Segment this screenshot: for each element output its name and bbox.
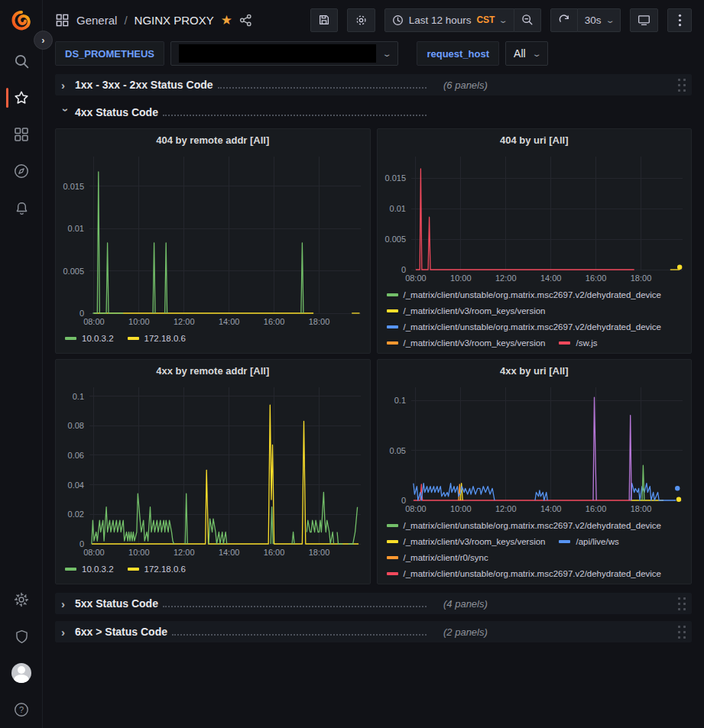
legend-swatch [65, 568, 76, 571]
legend-item[interactable]: /sw.js [559, 335, 597, 349]
refresh-interval-picker[interactable]: 30s ⌄ [578, 8, 621, 32]
timeseries-chart[interactable]: 00.020.040.060.080.108:0010:0012:0014:00… [56, 381, 370, 559]
sidebar-item-help[interactable]: ? [0, 691, 43, 728]
top-navbar: General / NGINX PROXY ★ [43, 0, 704, 40]
tv-mode-button[interactable] [630, 8, 658, 32]
dashboard-settings-button[interactable] [347, 8, 375, 32]
chart-canvas: 00.020.040.060.080.108:0010:0012:0014:00… [56, 381, 370, 559]
panel-grid-row-1: 404 by remote addr [All] 00.0050.010.015… [55, 128, 692, 354]
panel-title[interactable]: 404 by remote addr [All] [56, 131, 370, 150]
legend-label: 172.18.0.6 [144, 565, 186, 574]
request-host-variable: request_host All ⌄ [417, 41, 548, 66]
panel-title[interactable]: 4xx by uri [All] [378, 361, 692, 381]
kebab-menu-button[interactable] [667, 8, 692, 32]
row-drag-handle[interactable] [676, 594, 686, 613]
svg-text:08:00: 08:00 [405, 504, 427, 513]
timeseries-chart[interactable]: 00.050.108:0010:0012:0014:0016:0018:00 [378, 381, 692, 516]
legend-item[interactable]: 172.18.0.6 [128, 561, 186, 577]
datasource-variable-select[interactable]: ⌄ [170, 41, 398, 66]
legend-swatch [387, 309, 398, 312]
legend-item[interactable]: /_matrix/client/v3/room_keys/version [387, 303, 546, 319]
breadcrumb-separator: / [124, 14, 127, 27]
avatar [11, 663, 31, 683]
timeseries-chart[interactable]: 00.0050.010.01508:0010:0012:0014:0016:00… [56, 150, 370, 328]
chevron-down-icon: ⌄ [382, 50, 392, 58]
panel-title[interactable]: 4xx by remote addr [All] [56, 361, 370, 381]
time-range-picker[interactable]: Last 12 hours CST ⌄ [384, 8, 514, 32]
sidebar-expand-button[interactable]: › [34, 31, 53, 50]
svg-text:14:00: 14:00 [219, 548, 240, 557]
row-header-6xx[interactable]: › 6xx > Status Code (2 panels) [55, 621, 692, 642]
compass-icon [13, 163, 30, 180]
monitor-icon [637, 14, 650, 27]
svg-text:0.05: 0.05 [389, 446, 405, 455]
favorite-star-icon[interactable]: ★ [221, 14, 232, 27]
share-icon[interactable] [239, 14, 252, 27]
row-header-1xx-3xx-2xx[interactable]: › 1xx - 3xx - 2xx Status Code (6 panels) [55, 74, 692, 95]
request-host-select[interactable]: All ⌄ [505, 41, 548, 66]
legend-swatch [387, 540, 398, 543]
legend-item[interactable]: /_matrix/client/unstable/org.matrix.msc2… [387, 286, 662, 303]
legend-item[interactable]: /_matrix/client/unstable/org.matrix.msc2… [387, 565, 662, 580]
timeseries-chart[interactable]: 00.0050.010.01508:0010:0012:0014:0016:00… [378, 150, 692, 285]
legend-swatch [65, 337, 76, 340]
timezone-badge: CST [476, 15, 495, 25]
zoom-out-icon [521, 14, 534, 26]
clock-icon [392, 15, 404, 26]
legend-item[interactable]: /_matrix/client/v3/room_keys/version [387, 335, 546, 349]
legend-swatch [128, 337, 139, 340]
legend-label: /api/live/ws [576, 537, 618, 546]
search-icon [14, 53, 30, 70]
legend-item[interactable]: /_matrix/client/unstable/org.matrix.msc2… [387, 319, 662, 335]
svg-text:10:00: 10:00 [128, 548, 150, 557]
row-drag-handle[interactable] [676, 623, 686, 642]
svg-text:0.015: 0.015 [63, 182, 84, 191]
sidebar-item-configuration[interactable] [0, 581, 43, 618]
save-dashboard-button[interactable] [310, 8, 338, 32]
sidebar-item-starred[interactable] [0, 79, 43, 116]
sidebar-item-dashboards[interactable] [0, 116, 43, 153]
help-icon: ? [13, 701, 30, 718]
legend-item[interactable]: /_matrix/client/unstable/org.matrix.msc2… [387, 517, 662, 533]
time-controls: Last 12 hours CST ⌄ [384, 8, 541, 32]
time-range-label: Last 12 hours [409, 15, 472, 26]
svg-text:16:00: 16:00 [585, 504, 606, 513]
legend-item[interactable]: 10.0.3.2 [65, 330, 114, 346]
legend-label: 10.0.3.2 [82, 565, 114, 574]
main-area: General / NGINX PROXY ★ [43, 0, 704, 728]
kebab-icon [678, 14, 682, 27]
sidebar-item-profile[interactable] [0, 655, 43, 691]
legend-label: /sw.js [576, 338, 597, 348]
row-header-4xx[interactable]: › 4xx Status Code [55, 102, 692, 123]
row-panel-count: (6 panels) [443, 79, 488, 91]
breadcrumb-folder[interactable]: General [76, 14, 117, 27]
svg-text:0.01: 0.01 [68, 224, 84, 233]
legend-item[interactable]: 10.0.3.2 [65, 561, 114, 577]
row-dotted-leader [163, 606, 427, 607]
legend-item[interactable]: /_matrix/client/r0/sync [387, 549, 488, 565]
legend-item[interactable]: /api/live/ws [559, 533, 618, 549]
svg-text:12:00: 12:00 [495, 504, 516, 513]
row-header-5xx[interactable]: › 5xx Status Code (4 panels) [55, 593, 692, 614]
chart-canvas: 00.0050.010.01508:0010:0012:0014:0016:00… [56, 150, 370, 328]
dashboard-body: › 1xx - 3xx - 2xx Status Code (6 panels)… [43, 74, 704, 642]
legend-swatch [128, 568, 139, 571]
row-drag-handle[interactable] [676, 76, 686, 95]
sidebar-item-alerting[interactable] [0, 189, 43, 226]
refresh-button[interactable] [550, 8, 578, 32]
sidebar-item-search[interactable] [0, 43, 43, 79]
sidebar-item-explore[interactable] [0, 153, 43, 189]
zoom-out-button[interactable] [514, 8, 541, 32]
svg-text:0.06: 0.06 [68, 451, 84, 460]
chevron-down-icon: ⌄ [605, 16, 615, 24]
legend-item[interactable]: 172.18.0.6 [128, 330, 186, 346]
svg-text:08:00: 08:00 [83, 317, 105, 326]
sidebar-item-server-admin[interactable] [0, 618, 43, 655]
row-panel-count: (2 panels) [443, 626, 488, 638]
legend-item[interactable]: /_matrix/client/v3/room_keys/version [387, 533, 546, 549]
panel-title[interactable]: 404 by uri [All] [378, 131, 692, 150]
gear-icon [355, 14, 368, 27]
svg-text:18:00: 18:00 [309, 548, 330, 557]
row-panel-count: (4 panels) [443, 598, 488, 610]
row-title-wrap: 1xx - 3xx - 2xx Status Code [75, 79, 428, 91]
